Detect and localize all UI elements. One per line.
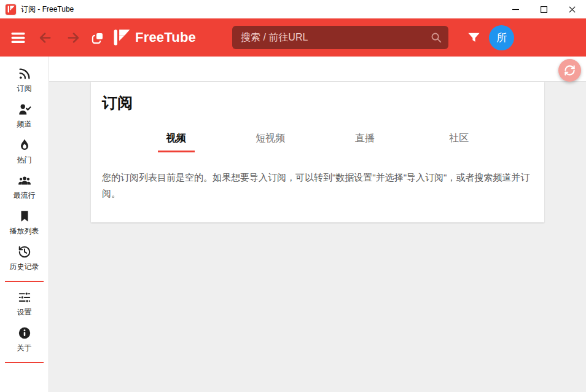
subscriptions-card: 订阅 视频 短视频 直播 社区 您的订阅列表目前是空的。如果想要导入订阅，可以转…: [91, 82, 544, 222]
search-input[interactable]: [232, 26, 448, 49]
logo-text: FreeTube: [135, 29, 196, 45]
tab-live[interactable]: 直播: [318, 130, 412, 152]
sidebar-item-subscriptions[interactable]: 订阅: [0, 63, 49, 98]
menu-toggle-button[interactable]: [7, 18, 28, 57]
arrow-right-icon: [66, 31, 80, 45]
window-title: 订阅 - FreeTube: [21, 4, 74, 15]
sidebar-item-settings[interactable]: 设置: [0, 286, 49, 322]
profile-avatar[interactable]: 所: [489, 25, 514, 50]
sidebar-item-channels[interactable]: 频道: [0, 98, 49, 134]
sidebar-item-trending[interactable]: 热门: [0, 134, 49, 170]
sidebar-item-label: 设置: [17, 307, 32, 318]
minimize-button[interactable]: [501, 0, 529, 18]
sidebar-item-label: 热门: [17, 155, 32, 165]
rss-icon: [18, 67, 31, 80]
history-icon: [18, 245, 31, 259]
refresh-icon: [564, 65, 576, 76]
sidebar-item-history[interactable]: 历史记录: [0, 241, 49, 276]
app-header: FreeTube 所: [0, 18, 586, 57]
arrow-left-icon: [38, 31, 52, 45]
search-icon[interactable]: [429, 31, 443, 44]
fire-icon: [18, 138, 31, 152]
close-button[interactable]: [558, 0, 586, 18]
page-title: 订阅: [102, 93, 533, 112]
content-toolbar: [49, 57, 586, 82]
window-controls: [501, 0, 586, 18]
user-check-icon: [18, 103, 31, 116]
new-window-icon: [91, 31, 105, 45]
sidebar-item-label: 最流行: [14, 190, 36, 201]
freetube-logo[interactable]: FreeTube: [113, 18, 196, 57]
back-button[interactable]: [34, 18, 55, 57]
freetube-flag-icon: [113, 29, 130, 46]
freetube-logo-icon: [6, 4, 16, 15]
hamburger-icon: [10, 30, 26, 45]
filter-button[interactable]: [462, 18, 485, 57]
sidebar-item-most-popular[interactable]: 最流行: [0, 170, 49, 205]
tab-shorts[interactable]: 短视频: [224, 130, 318, 152]
profile-initial: 所: [496, 31, 507, 45]
tab-videos[interactable]: 视频: [129, 130, 224, 152]
sidebar-item-playlists[interactable]: 播放列表: [0, 205, 49, 241]
search-bar: [232, 26, 448, 49]
bookmark-icon: [18, 210, 31, 223]
sidebar-item-label: 频道: [17, 119, 32, 130]
filter-icon: [467, 31, 481, 45]
sliders-icon: [18, 291, 31, 304]
maximize-button[interactable]: [529, 0, 558, 18]
sidebar-item-label: 订阅: [17, 84, 32, 94]
sidebar: 订阅 频道 热门 最流行: [0, 57, 49, 392]
sidebar-item-label: 关于: [17, 343, 32, 353]
sidebar-item-label: 播放列表: [10, 226, 39, 237]
users-icon: [18, 174, 31, 187]
sidebar-divider: [5, 362, 44, 363]
tab-community[interactable]: 社区: [412, 130, 507, 152]
subscription-tabs: 视频 短视频 直播 社区: [129, 130, 506, 152]
sidebar-item-about[interactable]: 关于: [0, 322, 49, 358]
sidebar-item-label: 历史记录: [10, 262, 39, 272]
forward-button[interactable]: [63, 18, 84, 57]
titlebar: 订阅 - FreeTube: [0, 0, 586, 18]
empty-state-message: 您的订阅列表目前是空的。如果想要导入订阅，可以转到"数据设置"并选择"导入订阅"…: [102, 170, 533, 202]
info-icon: [18, 326, 31, 340]
new-window-button[interactable]: [87, 18, 108, 57]
freetube-window: 订阅 - FreeTube: [0, 0, 586, 392]
refresh-button[interactable]: [558, 59, 581, 82]
sidebar-divider: [5, 281, 44, 282]
